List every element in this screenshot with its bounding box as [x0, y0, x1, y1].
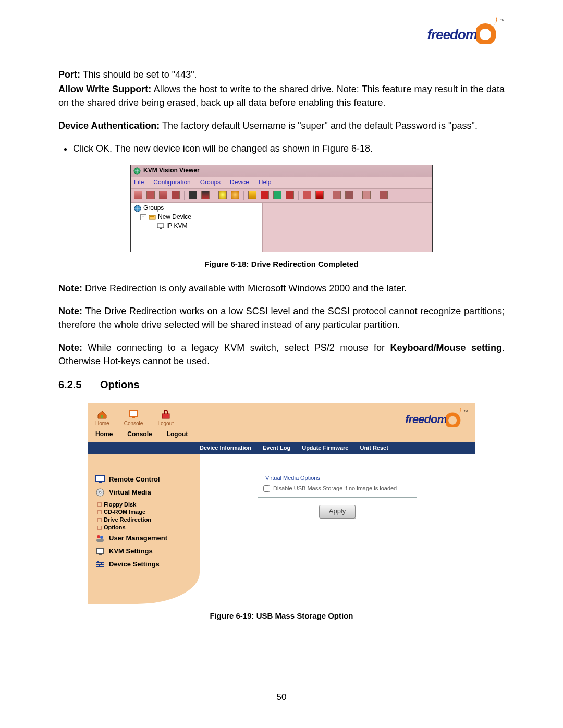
svg-rect-21	[96, 549, 104, 553]
toolbar-icon[interactable]	[159, 191, 167, 199]
nav-label-home[interactable]: Home	[95, 430, 113, 439]
sliders-icon	[95, 560, 105, 569]
tree-leaf[interactable]: IP KVM	[132, 221, 261, 230]
toolbar-icon[interactable]	[333, 191, 341, 199]
home-icon	[96, 410, 108, 419]
tab-update-firmware[interactable]: Update Firmware	[302, 444, 348, 452]
bullet-item: Click OK. The new device icon will be ch…	[73, 142, 505, 155]
monitor-small-icon	[95, 547, 105, 556]
document-body: Port: This should be set to "443". Allow…	[58, 21, 505, 622]
figure-caption: Figure 6-18: Drive Redirection Completed	[58, 258, 505, 270]
sidebar-sub-drive-redirection[interactable]: Drive Redirection	[97, 516, 194, 524]
tab-event-log[interactable]: Event Log	[263, 444, 290, 452]
bullet-icon	[97, 518, 102, 522]
paragraph-note-1: Note: Drive Redirection is only availabl…	[58, 281, 505, 295]
sidebar-sub-options[interactable]: Options	[97, 524, 194, 532]
svg-point-1	[492, 39, 494, 42]
figure-caption: Figure 6-19: USB Mass Storage Option	[58, 610, 505, 622]
tree-root[interactable]: Groups	[132, 204, 261, 213]
paragraph-port: Port: This should be set to "443".	[58, 68, 505, 81]
disable-usb-checkbox[interactable]	[263, 485, 270, 492]
svg-rect-15	[99, 482, 102, 483]
globe-icon	[134, 205, 141, 212]
nav-console[interactable]: Console	[124, 410, 143, 428]
web-sidebar: Remote Control Virtual Media Floppy Disk…	[88, 454, 200, 604]
device-icon	[149, 214, 156, 221]
toolbar-icon[interactable]	[134, 191, 142, 199]
tab-unit-reset[interactable]: Unit Reset	[360, 444, 388, 452]
tab-device-info[interactable]: Device Information	[200, 444, 251, 452]
svg-rect-6	[157, 224, 164, 228]
sidebar-item-user-management[interactable]: User Management	[95, 534, 194, 544]
toolbar-icon[interactable]	[201, 191, 210, 199]
paragraph-note-3: Note: While connecting to a legacy KVM s…	[58, 341, 505, 368]
figure-6-19: Home Console Logout freedom	[88, 403, 475, 603]
svg-rect-14	[96, 476, 104, 482]
sidebar-sub-cdrom[interactable]: CD-ROM Image	[97, 508, 194, 516]
collapse-icon[interactable]: −	[140, 214, 146, 220]
toolbar-icon[interactable]	[189, 191, 197, 199]
nav-label-logout[interactable]: Logout	[167, 430, 188, 439]
toolbar-separator	[184, 191, 185, 200]
toolbar-icon[interactable]	[231, 191, 239, 199]
svg-rect-22	[99, 553, 102, 555]
svg-point-18	[97, 535, 100, 538]
bullet-icon	[97, 502, 102, 507]
monitor-icon	[157, 223, 164, 230]
checkbox-label: Disable USB Mass Storage if no image is …	[273, 485, 397, 493]
section-heading: 6.2.5Options	[58, 377, 505, 392]
toolbar-icon[interactable]	[248, 191, 256, 199]
toolbar-icon[interactable]	[146, 191, 155, 199]
toolbar-separator	[375, 191, 375, 200]
toolbar-icon[interactable]	[261, 191, 269, 199]
toolbar-separator	[298, 191, 299, 200]
sidebar-item-device-settings[interactable]: Device Settings	[95, 560, 194, 570]
menu-device[interactable]: Device	[230, 178, 249, 187]
users-icon	[95, 534, 105, 543]
nav-label-console[interactable]: Console	[127, 430, 152, 439]
toolbar-icon[interactable]	[273, 191, 282, 199]
menu-configuration[interactable]: Configuration	[153, 178, 190, 187]
svg-rect-8	[101, 415, 103, 418]
toolbar-icon[interactable]	[345, 191, 353, 199]
web-logo: freedom ™	[405, 408, 468, 427]
menu-help[interactable]: Help	[259, 178, 272, 187]
window-title: KVM Vision Viewer	[143, 166, 200, 175]
toolbar	[131, 189, 432, 203]
tree-node[interactable]: − New Device	[132, 213, 261, 221]
sidebar-item-virtual-media[interactable]: Virtual Media	[95, 488, 194, 498]
toolbar-separator	[328, 191, 328, 200]
toolbar-icon[interactable]	[315, 191, 324, 199]
sidebar-item-kvm-settings[interactable]: KVM Settings	[95, 547, 194, 557]
toolbar-icon[interactable]	[303, 191, 311, 199]
logo-mark-icon	[446, 408, 462, 427]
document-page: freedom ™ Port: This should be set to "4…	[0, 0, 563, 728]
nav-home[interactable]: Home	[95, 410, 109, 428]
apply-button[interactable]: Apply	[319, 505, 356, 519]
menu-groups[interactable]: Groups	[200, 178, 221, 187]
toolbar-icon[interactable]	[172, 191, 180, 199]
toolbar-icon[interactable]	[362, 191, 371, 199]
svg-rect-7	[160, 228, 162, 229]
toolbar-separator	[358, 191, 358, 200]
monitor-icon	[95, 475, 105, 484]
toolbar-icon[interactable]	[286, 191, 294, 199]
sidebar-item-remote-control[interactable]: Remote Control	[95, 475, 194, 485]
app-icon	[133, 167, 141, 175]
nav-logout[interactable]: Logout	[157, 410, 174, 428]
virtual-media-options-panel: Virtual Media Options Disable USB Mass S…	[258, 478, 417, 498]
content-pane	[263, 203, 432, 252]
svg-point-19	[100, 536, 103, 539]
tree-view[interactable]: Groups − New Device IP KVM	[131, 203, 263, 252]
svg-rect-25	[99, 565, 100, 567]
toolbar-icon[interactable]	[380, 191, 388, 199]
logo-mark-icon	[476, 17, 499, 44]
toolbar-separator	[214, 191, 214, 200]
svg-rect-24	[101, 563, 102, 565]
web-workarea: Virtual Media Options Disable USB Mass S…	[200, 454, 475, 604]
trademark-icon: ™	[500, 18, 505, 24]
menu-file[interactable]: File	[134, 178, 144, 187]
toolbar-icon[interactable]	[218, 191, 227, 199]
sidebar-sub-floppy[interactable]: Floppy Disk	[97, 501, 194, 509]
svg-rect-5	[150, 216, 154, 217]
